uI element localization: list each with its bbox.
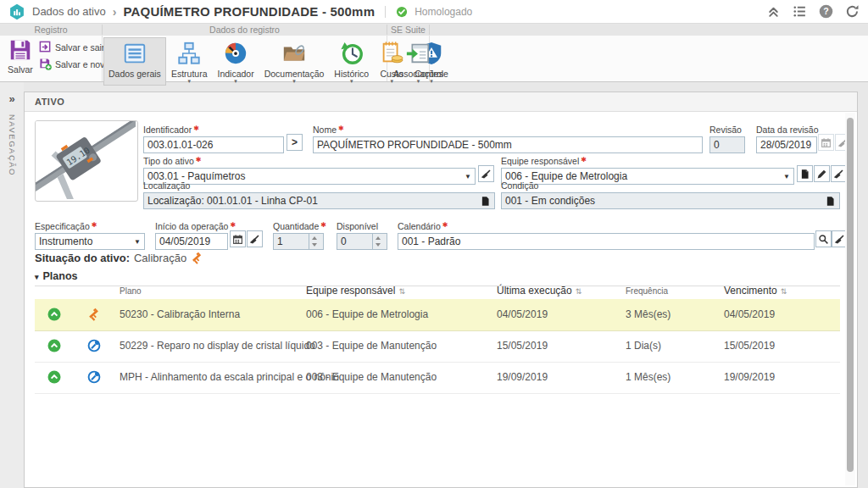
plan-last-execution: 19/09/2019: [497, 371, 548, 383]
select-caret-icon: ▼: [131, 238, 141, 246]
table-row[interactable]: MPH - Alinhamento da escala principal e …: [35, 362, 840, 394]
identificador-input[interactable]: 003.01.01-026: [143, 136, 284, 153]
execute-plan-icon[interactable]: [47, 370, 61, 384]
tipo-ativo-label: Tipo do ativo✱: [143, 156, 476, 166]
top-bar: Dados do ativo › PAQUÍMETRO PROFUNDIDADE…: [0, 0, 868, 24]
inicio-operacao-field: Início da operação✱ 04/05/2019: [155, 221, 228, 250]
sort-icon: ⇅: [781, 287, 787, 296]
status-badge: Homologado: [415, 6, 472, 18]
history-clock-icon: [339, 41, 364, 66]
tab-documentacao[interactable]: Documentação ▾: [259, 37, 330, 86]
dropdown-caret-icon: ▾: [417, 79, 420, 84]
asset-photo[interactable]: 19.10: [35, 120, 138, 202]
required-icon: ✱: [92, 221, 97, 229]
tipo-ativo-clear-button[interactable]: [478, 165, 494, 182]
inicio-operacao-label: Início da operação✱: [155, 221, 228, 231]
breadcrumb-separator-icon: ›: [113, 5, 117, 19]
especificacao-field: Especificação✱ Instrumento▼: [35, 221, 145, 250]
dropdown-caret-icon: ▾: [187, 79, 191, 84]
required-icon: ✱: [320, 221, 326, 229]
tab-indicador[interactable]: Indicador ▾: [212, 37, 259, 86]
caliper-image: 19.10: [36, 121, 136, 199]
panel-body: 19.10 Identificador✱ 003.01.01-026 > Nom…: [25, 111, 857, 487]
calendario-input[interactable]: 001 - Padrão: [398, 233, 815, 250]
spin-up-icon: [376, 236, 381, 240]
inicio-operacao-clear-button[interactable]: [247, 230, 263, 247]
dropdown-caret-icon: ▾: [234, 79, 237, 84]
sidebar-navegacao-label[interactable]: NAVEGAÇÃO: [8, 114, 17, 176]
dropdown-caret-icon: ▾: [292, 79, 296, 84]
localizacao-field: Localização Localização: 001.01.01 - Lin…: [143, 180, 495, 209]
tab-associacoes[interactable]: Associações ▾: [388, 37, 448, 86]
calendario-field: Calendário✱ 001 - Padrão: [398, 221, 815, 250]
identificador-field: Identificador✱ 003.01.01-026: [143, 125, 284, 153]
column-header-frequencia: Frequência: [626, 286, 668, 296]
data-revisao-label: Data da revisão: [756, 125, 817, 135]
collapse-toolbar-icon[interactable]: [766, 4, 781, 19]
column-header-equipe[interactable]: Equipe responsável⇅: [306, 285, 405, 297]
condicao-label: Condição: [501, 180, 840, 191]
inicio-operacao-input[interactable]: 04/05/2019: [155, 233, 228, 250]
vertical-scrollbar[interactable]: [845, 113, 855, 485]
required-icon: ✱: [338, 125, 344, 132]
svg-text:?: ?: [823, 6, 828, 16]
group-label-se-suite: SE Suite: [387, 24, 429, 36]
condicao-field: Condição 001 - Em condições: [501, 180, 840, 209]
condicao-data-icon[interactable]: [825, 196, 836, 207]
table-row[interactable]: 50230 - Calibração Interna 006 - Equipe …: [35, 299, 840, 331]
tab-estrutura[interactable]: Estrutura ▾: [166, 37, 213, 86]
ribbon-toolbar: Salvar Salvar e sair Salvar e novo: [0, 36, 868, 82]
condicao-input: 001 - Em condições: [501, 192, 840, 209]
gauge-icon: [223, 41, 248, 66]
localizacao-data-icon[interactable]: [480, 196, 491, 207]
app-logo-icon: [8, 3, 25, 20]
execute-plan-icon[interactable]: [47, 308, 61, 321]
required-icon: ✱: [196, 156, 202, 164]
equipe-data-button[interactable]: [797, 165, 813, 182]
asset-situation: Situação do ativo: Calibração: [35, 252, 203, 264]
execute-plan-icon[interactable]: [47, 339, 61, 352]
homologado-status-icon: [396, 6, 408, 18]
sidebar-expand-icon[interactable]: »: [0, 92, 24, 105]
plan-due-date: 04/05/2019: [724, 308, 775, 320]
tab-dados-gerais[interactable]: Dados gerais: [103, 37, 166, 86]
data-revisao-input[interactable]: 28/05/2019: [756, 136, 817, 153]
dropdown-caret-icon: ▾: [350, 79, 353, 84]
localizacao-label: Localização: [143, 180, 495, 191]
help-icon[interactable]: ?: [819, 4, 833, 19]
inicio-operacao-calendar-button[interactable]: [230, 230, 246, 247]
menu-list-icon[interactable]: [793, 4, 807, 19]
group-label-dados-registro: Dados do registro: [103, 24, 386, 36]
situation-label: Situação do ativo:: [35, 252, 130, 264]
spin-down-icon: [376, 243, 381, 247]
plan-last-execution: 15/05/2019: [497, 340, 548, 352]
refresh-icon[interactable]: [845, 4, 860, 19]
calibration-icon[interactable]: [191, 252, 203, 264]
calendario-search-button[interactable]: [815, 230, 832, 247]
plan-team: 003 - Equipe de Manutenção: [306, 371, 437, 383]
quantidade-spinner[interactable]: [309, 234, 320, 249]
required-icon: ✱: [442, 221, 448, 229]
plan-last-execution: 04/05/2019: [497, 308, 548, 320]
plan-frequency: 3 Mês(es): [626, 308, 670, 320]
spin-down-icon: [312, 243, 317, 247]
breadcrumb[interactable]: Dados do ativo: [32, 5, 106, 18]
save-button[interactable]: Salvar: [4, 37, 36, 75]
save-and-exit-button[interactable]: Salvar e sair: [39, 41, 104, 53]
nome-input[interactable]: PAQUÍMETRO PROFUNDIDADE - 500mm: [313, 136, 703, 153]
ribbon-group-strip: Registro Dados do registro SE Suite: [0, 24, 868, 36]
column-header-ultima-execucao[interactable]: Última execução⇅: [497, 285, 581, 297]
situation-value: Calibração: [134, 252, 186, 264]
especificacao-select[interactable]: Instrumento▼: [35, 233, 145, 250]
navigation-sidebar: » NAVEGAÇÃO: [0, 82, 24, 488]
save-and-new-button[interactable]: Salvar e novo: [39, 58, 109, 70]
panel-title: ATIVO: [25, 92, 857, 112]
column-header-vencimento[interactable]: Vencimento⇅: [724, 285, 787, 297]
revisao-input: 0: [709, 136, 745, 153]
disponivel-spinner[interactable]: [372, 234, 383, 249]
identificador-goto-button[interactable]: >: [287, 134, 303, 151]
tab-historico[interactable]: Histórico ▾: [329, 37, 374, 86]
table-row[interactable]: 50229 - Reparo no display de cristal líq…: [35, 330, 840, 363]
equipe-edit-button[interactable]: [814, 165, 830, 182]
scrollbar-thumb[interactable]: [847, 118, 854, 472]
